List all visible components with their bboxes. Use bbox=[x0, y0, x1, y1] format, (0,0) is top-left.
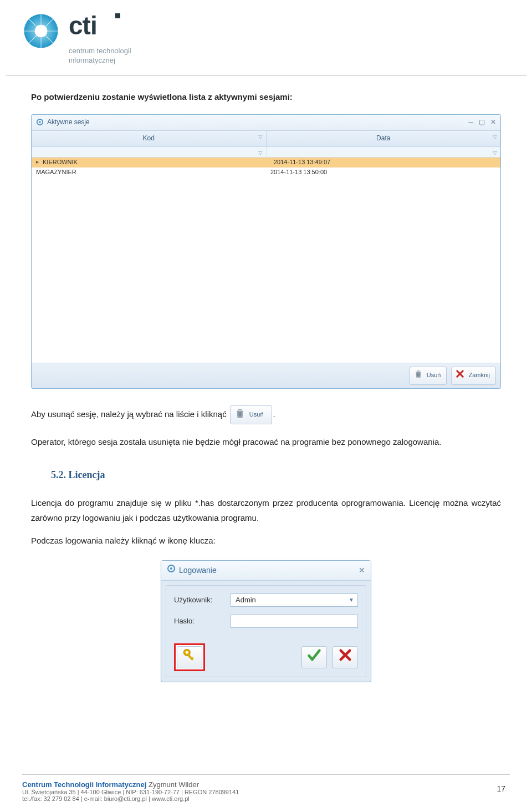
login-title: Logowanie bbox=[179, 564, 217, 577]
window-controls: ─ ▢ ✕ bbox=[468, 116, 496, 129]
filter-icon[interactable]: ▽ bbox=[493, 132, 497, 142]
license-paragraph-2: Podczas logowania należy kliknąć w ikonę… bbox=[31, 533, 501, 548]
check-icon bbox=[306, 647, 322, 667]
trash-icon bbox=[413, 369, 423, 383]
close-icon[interactable]: ✕ bbox=[490, 116, 496, 129]
ok-button[interactable] bbox=[301, 646, 327, 668]
logo-mark-icon bbox=[22, 12, 60, 50]
gear-icon bbox=[167, 564, 176, 577]
grid-header: Kod ▽ Data ▽ bbox=[32, 130, 500, 147]
logo-text: cti centrum technologii informatycznej bbox=[69, 12, 131, 65]
user-label: Użytkownik: bbox=[174, 593, 224, 606]
active-sessions-window: Aktywne sesje ─ ▢ ✕ Kod ▽ Data ▽ ▽ ▽ K bbox=[31, 114, 501, 389]
password-input[interactable] bbox=[231, 615, 358, 628]
svg-point-13 bbox=[186, 651, 188, 654]
filter-icon[interactable]: ▽ bbox=[258, 132, 263, 142]
grid-body: KIEROWNIK 2014-11-13 13:49:07 MAGAZYNIER… bbox=[32, 158, 500, 363]
window-title: Aktywne sesje bbox=[47, 116, 90, 129]
column-header-data[interactable]: Data ▽ bbox=[267, 131, 501, 146]
login-screenshot: Logowanie ✕ Użytkownik: Admin ▼ Hasło: bbox=[31, 560, 501, 682]
window-footer: Usuń Zamknij bbox=[32, 363, 500, 388]
svg-point-9 bbox=[39, 121, 41, 124]
cell-data: 2014-11-13 13:50:00 bbox=[266, 167, 500, 178]
grid-filter-row: ▽ ▽ bbox=[32, 147, 500, 158]
page-number: 17 bbox=[497, 784, 505, 793]
footer-line1: Centrum Technologii Informatycznej Zygmu… bbox=[22, 780, 510, 789]
table-row[interactable]: KIEROWNIK 2014-11-13 13:49:07 bbox=[32, 158, 500, 168]
cell-data: 2014-11-13 13:49:07 bbox=[269, 157, 500, 168]
cancel-button[interactable] bbox=[332, 646, 358, 668]
x-red-icon bbox=[455, 369, 465, 383]
user-row: Użytkownik: Admin ▼ bbox=[174, 593, 358, 607]
page-content: Po potwierdzeniu zostanie wyświetlona li… bbox=[0, 76, 532, 682]
page-footer: Centrum Technologii Informatycznej Zygmu… bbox=[0, 774, 532, 812]
key-icon bbox=[182, 647, 197, 667]
svg-text:cti: cti bbox=[69, 12, 97, 40]
combo-value: Admin bbox=[236, 593, 256, 606]
svg-rect-7 bbox=[115, 13, 120, 18]
intro-paragraph: Po potwierdzeniu zostanie wyświetlona li… bbox=[31, 89, 501, 104]
user-combobox[interactable]: Admin ▼ bbox=[231, 593, 358, 607]
footer-divider bbox=[22, 774, 510, 775]
delete-button[interactable]: Usuń bbox=[410, 367, 447, 385]
text-run: Aby usunąć sesję, należy ją wybrać na li… bbox=[31, 409, 229, 419]
password-row: Hasło: bbox=[174, 615, 358, 628]
footer-company: Centrum Technologii Informatycznej bbox=[22, 780, 146, 789]
page-header: cti centrum technologii informatycznej bbox=[0, 0, 532, 70]
filter-cell[interactable]: ▽ bbox=[32, 147, 267, 157]
cell-kod: KIEROWNIK bbox=[32, 157, 269, 168]
window-titlebar: Aktywne sesje ─ ▢ ✕ bbox=[32, 115, 500, 131]
button-label: Zamknij bbox=[468, 370, 490, 381]
logo-subtitle: centrum technologii informatycznej bbox=[69, 47, 131, 65]
logo-cti-icon: cti bbox=[69, 12, 131, 43]
minimize-icon[interactable]: ─ bbox=[468, 116, 473, 129]
close-button[interactable]: Zamknij bbox=[451, 367, 496, 385]
login-body: Użytkownik: Admin ▼ Hasło: bbox=[166, 585, 366, 677]
delete-button-inline[interactable]: Usuń bbox=[230, 405, 272, 425]
x-red-icon bbox=[337, 647, 353, 667]
close-icon[interactable]: ✕ bbox=[359, 564, 365, 577]
delete-instruction-paragraph: Aby usunąć sesję, należy ją wybrać na li… bbox=[31, 405, 501, 425]
column-header-kod[interactable]: Kod ▽ bbox=[32, 131, 267, 146]
license-paragraph-1: Licencja do programu znajduje się w plik… bbox=[31, 495, 501, 525]
footer-person: Zygmunt Wilder bbox=[146, 780, 199, 789]
footer-line2: Ul. Świętojańska 35 | 44-100 Gliwice | N… bbox=[22, 789, 510, 795]
button-label: Usuń bbox=[249, 409, 264, 420]
logo: cti centrum technologii informatycznej bbox=[22, 12, 510, 65]
button-label: Usuń bbox=[427, 370, 441, 381]
license-key-button[interactable] bbox=[177, 646, 202, 668]
login-titlebar: Logowanie ✕ bbox=[161, 561, 371, 581]
maximize-icon[interactable]: ▢ bbox=[479, 116, 485, 129]
password-label: Hasło: bbox=[174, 615, 224, 627]
operator-paragraph: Operator, którego sesja została usunięta… bbox=[31, 434, 501, 449]
login-window: Logowanie ✕ Użytkownik: Admin ▼ Hasło: bbox=[161, 560, 371, 682]
svg-point-11 bbox=[170, 567, 172, 570]
section-heading: 5.2. Licencja bbox=[51, 466, 501, 484]
trash-icon bbox=[234, 407, 246, 423]
gear-icon bbox=[36, 118, 44, 126]
table-row[interactable]: MAGAZYNIER 2014-11-13 13:50:00 bbox=[32, 168, 500, 177]
footer-line3: tel./fax: 32 279 02 84 | e-mail: biuro@c… bbox=[22, 795, 510, 802]
chevron-down-icon: ▼ bbox=[349, 595, 354, 605]
text-run: . bbox=[273, 409, 275, 419]
key-button-highlight bbox=[174, 643, 205, 671]
filter-cell[interactable]: ▽ bbox=[267, 147, 501, 157]
login-actions bbox=[174, 643, 358, 671]
cell-kod: MAGAZYNIER bbox=[32, 167, 266, 178]
